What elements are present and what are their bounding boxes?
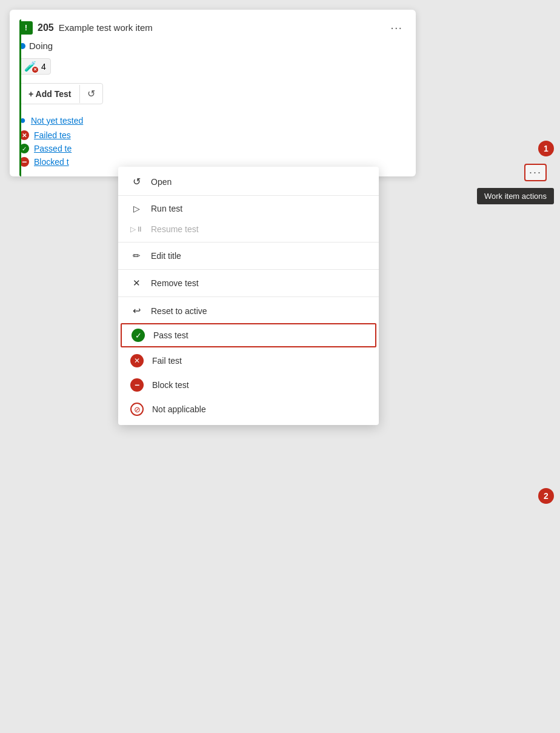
remove-test-icon: ✕ [130, 278, 142, 289]
open-label: Open [151, 177, 172, 187]
right-panel [421, 0, 560, 733]
menu-item-run-test[interactable]: ▷ Run test [118, 198, 379, 219]
work-item-icon: ! [19, 21, 33, 35]
passed-test-link[interactable]: Passed te [34, 144, 72, 153]
menu-item-edit-title[interactable]: ✏ Edit title [118, 245, 379, 267]
refresh-button[interactable]: ↺ [80, 84, 102, 104]
block-test-icon: − [130, 378, 144, 392]
pass-test-label: Pass test [153, 330, 188, 340]
list-item: ✓ Passed te [19, 144, 406, 153]
reset-active-label: Reset to active [151, 306, 207, 316]
list-item: ✕ Failed tes [19, 130, 406, 140]
resume-test-label: Resume test [151, 224, 199, 234]
count-number: 4 [41, 62, 46, 72]
error-badge: ✕ [32, 67, 38, 73]
card-title-area: ! 205 Example test work item [19, 21, 153, 35]
list-item: − Blocked t [19, 157, 406, 167]
divider-1 [118, 195, 379, 196]
edit-title-icon: ✏ [130, 250, 142, 261]
three-dots-highlighted-button[interactable]: ··· [524, 164, 547, 181]
item-title: Example test work item [59, 22, 153, 33]
not-applicable-label: Not applicable [152, 404, 206, 414]
edit-title-label: Edit title [151, 251, 181, 261]
menu-item-reset-active[interactable]: ↩ Reset to active [118, 300, 379, 322]
failed-test-link[interactable]: Failed tes [34, 130, 71, 140]
menu-item-pass-test[interactable]: ✓ Pass test [121, 323, 376, 347]
fail-test-label: Fail test [152, 356, 182, 366]
resume-test-icon: ▷⏸ [130, 225, 142, 233]
flask-icon: 🧪 ✕ [24, 61, 36, 72]
menu-item-resume-test: ▷⏸ Resume test [118, 219, 379, 239]
run-test-label: Run test [151, 204, 182, 213]
menu-item-block-test[interactable]: − Block test [118, 373, 379, 397]
menu-item-fail-test[interactable]: ✕ Fail test [118, 349, 379, 373]
menu-item-remove-test[interactable]: ✕ Remove test [118, 272, 379, 294]
left-border-accent [19, 19, 21, 176]
context-menu: ↺ Open ▷ Run test ▷⏸ Resume test ✏ Edit … [118, 167, 379, 425]
annotation-badge-1: 1 [538, 141, 554, 156]
toolbar-row: + Add Test ↺ [19, 83, 103, 104]
divider-2 [118, 242, 379, 243]
add-test-button[interactable]: + Add Test [20, 85, 79, 103]
pass-test-icon: ✓ [132, 329, 145, 342]
flask-badge: 🧪 ✕ 4 [19, 58, 51, 75]
annotation-badge-2: 2 [538, 488, 554, 504]
divider-4 [118, 296, 379, 297]
not-yet-tested-link[interactable]: Not yet tested [31, 116, 83, 126]
menu-item-not-applicable[interactable]: ⊘ Not applicable [118, 397, 379, 421]
status-text: Doing [29, 41, 53, 51]
fail-test-icon: ✕ [130, 354, 144, 367]
card-more-button[interactable]: ··· [387, 19, 406, 36]
reset-active-icon: ↩ [130, 305, 142, 316]
run-test-icon: ▷ [130, 204, 142, 213]
card-header: ! 205 Example test work item ··· [19, 19, 406, 36]
item-id: 205 [38, 22, 54, 33]
list-item: ● Not yet tested [19, 114, 406, 127]
work-item-actions-tooltip: Work item actions [477, 188, 554, 204]
blocked-test-link[interactable]: Blocked t [34, 157, 69, 167]
divider-3 [118, 269, 379, 270]
remove-test-label: Remove test [151, 278, 199, 288]
block-test-label: Block test [152, 380, 189, 390]
count-badge-area: 🧪 ✕ 4 [19, 58, 406, 75]
main-card: ! 205 Example test work item ··· Doing 🧪… [10, 10, 416, 176]
test-list: ● Not yet tested ✕ Failed tes ✓ Passed t… [19, 114, 406, 167]
menu-item-open[interactable]: ↺ Open [118, 170, 379, 193]
status-row: Doing [19, 41, 406, 51]
open-icon: ↺ [130, 176, 142, 187]
not-applicable-icon: ⊘ [130, 403, 144, 416]
